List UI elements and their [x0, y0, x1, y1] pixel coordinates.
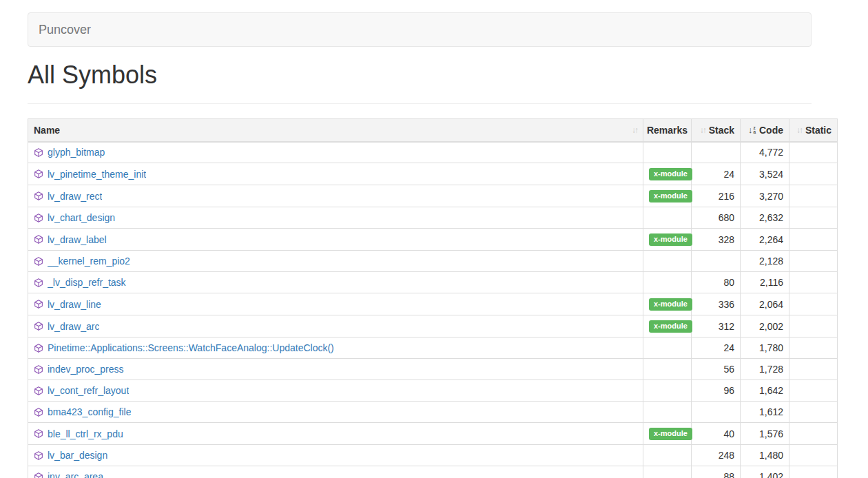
remarks-cell — [643, 207, 692, 229]
column-label-name: Name — [34, 125, 60, 136]
symbol-name-cell: lv_pinetime_theme_init — [28, 163, 643, 185]
x-module-badge: x-module — [649, 298, 692, 311]
static-cell — [789, 315, 838, 337]
sort-descending-icon: ↓ z a — [748, 125, 756, 134]
remarks-cell: x-module — [643, 315, 692, 337]
remarks-cell — [643, 359, 692, 380]
stack-cell: 216 — [692, 185, 741, 207]
table-row: lv_bar_design2481,480 — [28, 445, 838, 466]
page-title: All Symbols — [28, 61, 812, 90]
remarks-cell: x-module — [643, 229, 692, 251]
symbol-cube-icon — [34, 343, 43, 353]
static-cell — [789, 142, 838, 163]
remarks-cell — [643, 380, 692, 402]
symbol-name-cell: lv_draw_rect — [28, 185, 643, 207]
sort-icon: ↓↑ — [632, 125, 637, 135]
static-cell — [789, 423, 838, 445]
symbol-link[interactable]: lv_bar_design — [48, 450, 107, 461]
symbol-link[interactable]: _lv_disp_refr_task — [48, 277, 126, 288]
remarks-cell: x-module — [643, 163, 692, 185]
table-row: indev_proc_press561,728 — [28, 359, 838, 380]
symbol-link[interactable]: inv_arc_area — [48, 471, 103, 478]
column-label-static: Static — [805, 125, 831, 136]
symbol-cube-icon — [34, 147, 43, 158]
remarks-cell — [643, 337, 692, 359]
static-cell — [789, 251, 838, 272]
symbol-name-cell: Pinetime::Applications::Screens::WatchFa… — [28, 337, 643, 359]
symbol-link[interactable]: Pinetime::Applications::Screens::WatchFa… — [48, 342, 334, 353]
x-module-badge: x-module — [649, 190, 692, 202]
symbol-name-cell: lv_bar_design — [28, 445, 643, 466]
stack-cell: 312 — [692, 315, 741, 337]
x-module-badge: x-module — [649, 428, 692, 440]
symbol-cube-icon — [34, 364, 43, 375]
static-cell — [789, 185, 838, 207]
symbol-cube-icon — [34, 213, 43, 223]
stack-cell: 24 — [692, 163, 741, 185]
remarks-cell — [643, 272, 692, 293]
remarks-cell — [643, 251, 692, 272]
table-row: _lv_disp_refr_task802,116 — [28, 272, 838, 293]
divider — [28, 103, 812, 104]
symbol-cube-icon — [34, 299, 43, 309]
symbol-link[interactable]: lv_draw_arc — [48, 321, 99, 332]
column-header-static[interactable]: ↓↑ Static — [789, 119, 838, 142]
table-row: lv_chart_design6802,632 — [28, 207, 838, 229]
stack-cell: 680 — [692, 207, 741, 229]
column-header-name[interactable]: Name ↓↑ — [28, 119, 643, 142]
code-cell: 2,264 — [741, 229, 789, 251]
symbol-name-cell: indev_proc_press — [28, 359, 643, 380]
symbol-cube-icon — [34, 278, 43, 288]
symbol-link[interactable]: lv_draw_label — [48, 234, 107, 245]
static-cell — [789, 272, 838, 293]
remarks-cell: x-module — [643, 423, 692, 445]
symbol-link[interactable]: glyph_bitmap — [48, 147, 105, 158]
symbol-link[interactable]: ble_ll_ctrl_rx_pdu — [48, 428, 123, 439]
static-cell — [789, 293, 838, 315]
column-header-stack[interactable]: ↓↑ Stack — [692, 119, 741, 142]
symbol-name-cell: __kernel_rem_pio2 — [28, 251, 643, 272]
code-cell: 3,270 — [741, 185, 789, 207]
symbol-name-cell: ble_ll_ctrl_rx_pdu — [28, 423, 643, 445]
symbol-name-cell: glyph_bitmap — [28, 142, 643, 163]
x-module-badge: x-module — [649, 233, 692, 246]
symbol-link[interactable]: bma423_config_file — [48, 406, 131, 417]
symbol-link[interactable]: lv_cont_refr_layout — [48, 385, 129, 396]
table-row: lv_draw_labelx-module3282,264 — [28, 229, 838, 251]
symbol-link[interactable]: lv_chart_design — [48, 212, 115, 223]
symbol-name-cell: lv_draw_arc — [28, 315, 643, 337]
symbol-link[interactable]: lv_pinetime_theme_init — [48, 169, 146, 180]
column-label-remarks: Remarks — [647, 125, 688, 136]
stack-cell: 336 — [692, 293, 741, 315]
symbol-link[interactable]: indev_proc_press — [48, 364, 124, 375]
code-cell: 2,064 — [741, 293, 789, 315]
sort-icon: ↓↑ — [700, 125, 705, 135]
code-cell: 1,780 — [741, 337, 789, 359]
x-module-badge: x-module — [649, 168, 692, 180]
static-cell — [789, 163, 838, 185]
symbol-cube-icon — [34, 191, 43, 201]
static-cell — [789, 402, 838, 423]
stack-cell: 248 — [692, 445, 741, 466]
symbol-link[interactable]: __kernel_rem_pio2 — [48, 256, 130, 267]
code-cell: 2,116 — [741, 272, 789, 293]
navbar-brand-link[interactable]: Puncover — [39, 12, 91, 47]
column-header-code[interactable]: ↓ z a Code — [741, 119, 789, 142]
static-cell — [789, 359, 838, 380]
table-row: lv_pinetime_theme_initx-module243,524 — [28, 163, 838, 185]
symbol-name-cell: bma423_config_file — [28, 402, 643, 423]
symbols-table: Name ↓↑ Remarks ↓↑ Stack ↓ — [28, 118, 838, 478]
symbol-cube-icon — [34, 321, 43, 331]
table-row: Pinetime::Applications::Screens::WatchFa… — [28, 337, 838, 359]
static-cell — [789, 337, 838, 359]
code-cell: 1,576 — [741, 423, 789, 445]
navbar: Puncover — [28, 12, 812, 47]
stack-cell: 56 — [692, 359, 741, 380]
static-cell — [789, 445, 838, 466]
remarks-cell: x-module — [643, 293, 692, 315]
symbol-link[interactable]: lv_draw_rect — [48, 191, 102, 202]
symbol-name-cell: inv_arc_area — [28, 466, 643, 478]
symbol-link[interactable]: lv_draw_line — [48, 299, 101, 310]
table-row: inv_arc_area881,402 — [28, 466, 838, 478]
stack-cell: 24 — [692, 337, 741, 359]
